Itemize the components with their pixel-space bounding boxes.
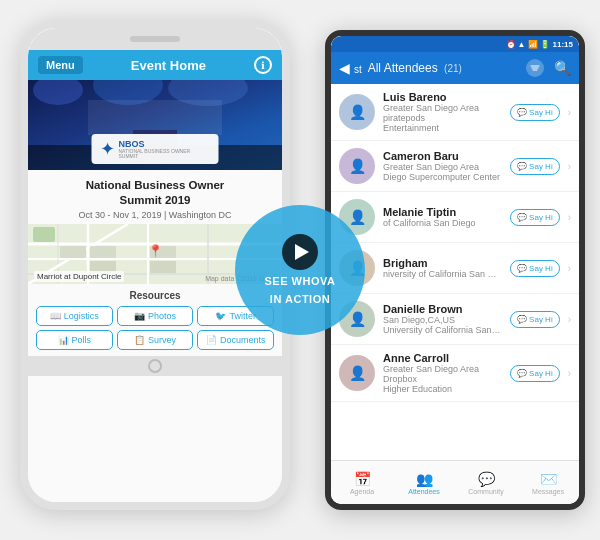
messages-icon: ✉️ [540,471,557,487]
avatar: 👤 [339,94,375,130]
attendee-item[interactable]: 👤 Melanie Tiptin of California San Diego… [331,192,579,243]
sort-icon[interactable] [526,59,544,77]
chevron-icon: › [568,314,571,325]
svg-rect-21 [33,227,55,242]
play-button[interactable] [282,234,318,270]
app-header-title: Event Home [91,58,246,73]
status-icons: ⏰ ▲ 📶 🔋 [506,40,550,49]
nav-community-label: Community [468,488,503,495]
svg-rect-17 [90,246,116,258]
android-appbar: ◀ st All Attendees (21) 🔍 [331,52,579,84]
say-hi-button[interactable]: 💬 Say Hi [510,365,560,382]
svg-rect-16 [60,246,86,258]
attendee-location: Greater San Diego Area [383,364,502,374]
say-hi-button[interactable]: 💬 Say Hi [510,209,560,226]
attendee-item[interactable]: 👤 Cameron Baru Greater San Diego Area Di… [331,141,579,192]
say-hi-button[interactable]: 💬 Say Hi [510,311,560,328]
attendee-list: 👤 Luis Bareno Greater San Diego Area pir… [331,84,579,460]
menu-button[interactable]: Menu [38,56,83,74]
iphone-speaker [130,36,180,42]
appbar-title: All Attendees (21) [368,61,520,75]
say-hi-button[interactable]: 💬 Say Hi [510,104,560,121]
iphone-top-bar [28,28,282,50]
attendee-item[interactable]: 👤 Luis Bareno Greater San Diego Area pir… [331,84,579,141]
attendee-org: University of California San Diego [383,325,502,335]
attendee-item[interactable]: 👤 Anne Carroll Greater San Diego Area Dr… [331,345,579,402]
attendee-location: Greater San Diego Area [383,103,502,113]
attendee-info: Anne Carroll Greater San Diego Area Drop… [383,352,502,394]
nav-agenda[interactable]: 📅 Agenda [331,461,393,504]
avatar: 👤 [339,148,375,184]
attendee-org: Diego Supercomputer Center [383,172,502,182]
search-icon[interactable]: 🔍 [554,60,571,76]
attendee-name: Cameron Baru [383,150,502,162]
nav-community[interactable]: 💬 Community [455,461,517,504]
twitter-icon: 🐦 [215,311,226,321]
say-hi-button[interactable]: 💬 Say Hi [510,158,560,175]
chevron-icon: › [568,107,571,118]
attendee-info: Luis Bareno Greater San Diego Area pirat… [383,91,502,133]
event-date: Oct 30 - Nov 1, 2019 | Washington DC [38,210,272,220]
home-button[interactable] [148,359,162,373]
chat-icon: 💬 [517,213,527,222]
attendee-info: Danielle Brown San Diego,CA,US Universit… [383,303,502,335]
attendee-name: Brigham [383,257,502,269]
resource-documents[interactable]: 📄 Documents [197,330,274,350]
event-title-line1: National Business Owner [38,178,272,193]
attendee-name: Luis Bareno [383,91,502,103]
nav-messages[interactable]: ✉️ Messages [517,461,579,504]
status-time: 11:15 [553,40,573,49]
logistics-icon: 📖 [50,311,61,321]
play-overlay[interactable]: SEE WHOVA IN ACTION [235,205,365,335]
event-image: ✦ NBOS NATIONAL BUSINESS OWNER SUMMIT [28,80,282,170]
attendee-name: Melanie Tiptin [383,206,502,218]
resource-polls[interactable]: 📊 Polls [36,330,113,350]
attendee-info: Cameron Baru Greater San Diego Area Dieg… [383,150,502,182]
chevron-icon: › [568,161,571,172]
chevron-icon: › [568,212,571,223]
app-header: Menu Event Home ℹ [28,50,282,80]
survey-icon: 📋 [134,335,145,345]
say-hi-button[interactable]: 💬 Say Hi [510,260,560,277]
attendee-name: Danielle Brown [383,303,502,315]
attendee-item[interactable]: 👤 Danielle Brown San Diego,CA,US Univers… [331,294,579,345]
overlay-text-line2: IN ACTION [270,292,330,306]
community-icon: 💬 [478,471,495,487]
nav-attendees[interactable]: 👥 Attendees [393,461,455,504]
resource-photos[interactable]: 📷 Photos [117,306,194,326]
signal-icon: 📶 [528,40,538,49]
event-info: National Business Owner Summit 2019 Oct … [28,170,282,224]
attendee-category: Higher Education [383,384,502,394]
chat-icon: 💬 [517,108,527,117]
attendee-info: Melanie Tiptin of California San Diego [383,206,502,228]
svg-rect-20 [150,261,176,273]
polls-icon: 📊 [58,335,69,345]
play-triangle-icon [295,244,309,260]
alarm-icon: ⏰ [506,40,516,49]
android-status-bar: ⏰ ▲ 📶 🔋 11:15 [331,36,579,52]
documents-icon: 📄 [206,335,217,345]
resource-logistics[interactable]: 📖 Logistics [36,306,113,326]
info-icon[interactable]: ℹ [254,56,272,74]
svg-rect-6 [88,100,222,135]
attendee-location: San Diego,CA,US [383,315,502,325]
wifi-icon: ▲ [518,40,526,49]
attendee-org: Dropbox [383,374,502,384]
attendee-category: Entertainment [383,123,502,133]
back-button[interactable]: ◀ st [339,60,362,76]
battery-icon: 🔋 [540,40,550,49]
chat-icon: 💬 [517,264,527,273]
attendee-location: of California San Diego [383,218,502,228]
chat-icon: 💬 [517,315,527,324]
chat-icon: 💬 [517,162,527,171]
agenda-icon: 📅 [354,471,371,487]
attendee-location: Greater San Diego Area [383,162,502,172]
nbos-star-icon: ✦ [100,138,115,160]
resource-survey[interactable]: 📋 Survey [117,330,194,350]
attendee-info: Brigham niversity of California San Dieg… [383,257,502,279]
attendee-location: niversity of California San Diego [383,269,502,279]
nav-messages-label: Messages [532,488,564,495]
map-pin: 📍 [148,244,163,258]
attendee-count: (21) [444,63,462,74]
attendee-item[interactable]: 👤 Brigham niversity of California San Di… [331,243,579,294]
